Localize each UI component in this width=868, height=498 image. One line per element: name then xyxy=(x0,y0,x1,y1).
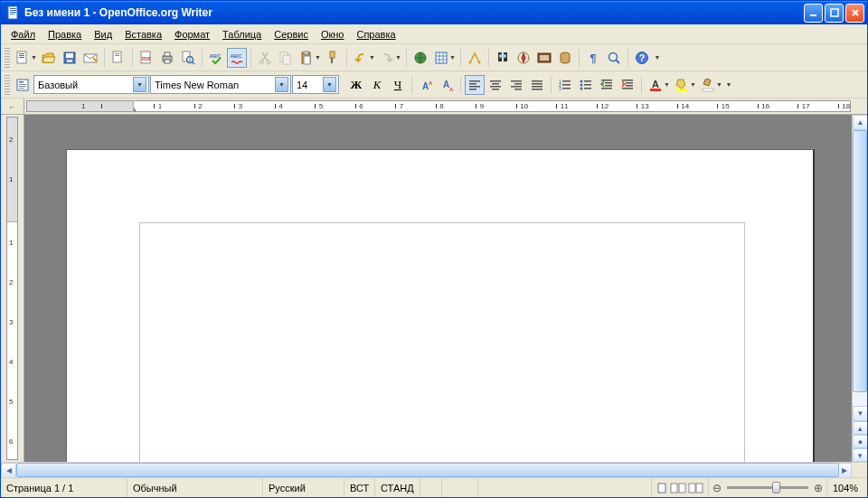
scroll-down-button[interactable]: ▼ xyxy=(853,406,867,421)
bullet-list-button[interactable] xyxy=(576,75,596,95)
numbered-list-button[interactable]: 123 xyxy=(555,75,575,95)
scroll-track[interactable] xyxy=(16,463,836,477)
edit-file-button[interactable] xyxy=(108,48,128,68)
zoom-out-button[interactable]: ⊖ xyxy=(712,482,722,494)
separator xyxy=(104,49,105,67)
hyperlink-button[interactable] xyxy=(410,48,430,68)
help-button[interactable]: ? xyxy=(632,48,652,68)
gallery-button[interactable] xyxy=(534,48,554,68)
underline-button[interactable]: Ч xyxy=(388,75,408,95)
standard-toolbar: ▼ PDF ABC ABC ▼ ▼ ▼ ▼ ¶ ? ▼ xyxy=(1,44,867,71)
separator xyxy=(641,76,642,94)
align-left-button[interactable] xyxy=(465,75,485,95)
datasources-button[interactable] xyxy=(555,48,575,68)
email-button[interactable] xyxy=(80,48,100,68)
window-title: Без имени 1 - OpenOffice.org Writer xyxy=(24,6,804,19)
decrease-indent-button[interactable] xyxy=(597,75,617,95)
font-name-combo[interactable]: Times New Roman▼ xyxy=(150,75,291,94)
menu-edit[interactable]: Правка xyxy=(42,27,88,42)
menu-insert[interactable]: Вставка xyxy=(118,27,168,42)
vertical-scrollbar[interactable]: ▲ ▼ ▴ ● ▾ xyxy=(852,115,867,462)
align-center-button[interactable] xyxy=(486,75,505,95)
menu-window[interactable]: Окно xyxy=(315,27,351,42)
background-color-button[interactable]: ▼ xyxy=(698,75,718,95)
find-button[interactable] xyxy=(493,48,513,68)
font-color-button[interactable]: A▼ xyxy=(646,75,665,95)
svg-point-84 xyxy=(580,83,583,86)
font-size-combo[interactable]: 14▼ xyxy=(292,75,339,94)
paragraph-style-combo[interactable]: Базовый▼ xyxy=(33,75,149,94)
menu-format[interactable]: Формат xyxy=(168,27,216,42)
prev-page-button[interactable]: ▴ xyxy=(853,421,867,435)
zoom-in-button[interactable]: ⊕ xyxy=(814,482,823,494)
open-button[interactable] xyxy=(39,48,59,68)
menu-service[interactable]: Сервис xyxy=(268,27,315,42)
paste-button[interactable]: ▼ xyxy=(297,48,316,68)
save-button[interactable] xyxy=(60,48,80,68)
print-preview-button[interactable] xyxy=(178,48,198,68)
bold-button[interactable]: Ж xyxy=(346,75,366,95)
styles-button[interactable] xyxy=(13,75,33,95)
scroll-up-button[interactable]: ▲ xyxy=(853,115,867,130)
nonprinting-chars-button[interactable]: ¶ xyxy=(583,48,603,68)
menu-table[interactable]: Таблица xyxy=(216,27,268,42)
show-draw-button[interactable] xyxy=(465,48,485,68)
status-language[interactable]: Русский xyxy=(263,478,344,497)
superscript-button[interactable]: AA xyxy=(416,75,436,95)
redo-button[interactable]: ▼ xyxy=(377,48,397,68)
svg-point-41 xyxy=(499,54,503,58)
toolbar-options-button[interactable]: ▼ xyxy=(724,75,733,95)
zoom-value[interactable]: 104% xyxy=(827,478,867,497)
autospellcheck-button[interactable]: ABC xyxy=(227,48,247,68)
new-doc-button[interactable]: ▼ xyxy=(13,48,33,68)
close-button[interactable] xyxy=(845,4,864,23)
book-view-icon[interactable] xyxy=(688,482,704,494)
minimize-button[interactable] xyxy=(804,4,823,23)
scroll-left-button[interactable]: ◀ xyxy=(1,463,16,478)
menu-help[interactable]: Справка xyxy=(350,27,401,42)
next-page-button[interactable]: ▾ xyxy=(853,448,867,462)
horizontal-ruler[interactable]: ⌐ 1123456789101112131415161718 xyxy=(1,99,867,115)
menu-view[interactable]: Вид xyxy=(88,27,118,42)
status-modified[interactable] xyxy=(420,478,442,497)
status-selection-mode[interactable]: СТАНД xyxy=(375,478,420,497)
toolbar-grip[interactable] xyxy=(5,75,10,95)
text-frame[interactable] xyxy=(139,222,745,462)
nav-ball-button[interactable]: ● xyxy=(853,435,867,448)
cut-button[interactable] xyxy=(255,48,275,68)
vertical-ruler[interactable]: 12345621 xyxy=(1,115,24,462)
copy-button[interactable] xyxy=(276,48,296,68)
align-justify-button[interactable] xyxy=(527,75,547,95)
zoom-slider[interactable] xyxy=(727,486,808,489)
status-page[interactable]: Страница 1 / 1 xyxy=(1,478,127,497)
horizontal-scrollbar[interactable]: ◀ ▶ xyxy=(1,462,867,477)
increase-indent-button[interactable] xyxy=(618,75,637,95)
single-page-icon[interactable] xyxy=(656,482,668,494)
format-paintbrush-button[interactable] xyxy=(323,48,343,68)
zoom-button[interactable] xyxy=(604,48,624,68)
toolbar-grip[interactable] xyxy=(5,48,10,68)
spellcheck-button[interactable]: ABC xyxy=(206,48,226,68)
align-right-button[interactable] xyxy=(506,75,526,95)
separator xyxy=(627,49,628,67)
toolbar-options-button[interactable]: ▼ xyxy=(653,48,662,68)
maximize-button[interactable] xyxy=(825,4,844,23)
zoom-slider-handle[interactable] xyxy=(772,482,780,493)
print-button[interactable] xyxy=(157,48,177,68)
scroll-thumb[interactable] xyxy=(853,130,867,392)
scroll-track[interactable] xyxy=(853,130,867,406)
subscript-button[interactable]: AA xyxy=(437,75,457,95)
undo-button[interactable]: ▼ xyxy=(351,48,371,68)
status-signature[interactable] xyxy=(442,478,478,497)
navigator-button[interactable] xyxy=(514,48,533,68)
multi-page-icon[interactable] xyxy=(670,482,686,494)
status-style[interactable]: Обычный xyxy=(127,478,263,497)
scroll-thumb[interactable] xyxy=(16,463,839,477)
status-insert-mode[interactable]: ВСТ xyxy=(344,478,375,497)
document-canvas[interactable] xyxy=(24,115,852,462)
table-button[interactable]: ▼ xyxy=(431,48,451,68)
export-pdf-button[interactable]: PDF xyxy=(137,48,156,68)
highlight-button[interactable]: ▼ xyxy=(672,75,692,95)
menu-file[interactable]: Файл xyxy=(5,27,42,42)
italic-button[interactable]: К xyxy=(367,75,387,95)
